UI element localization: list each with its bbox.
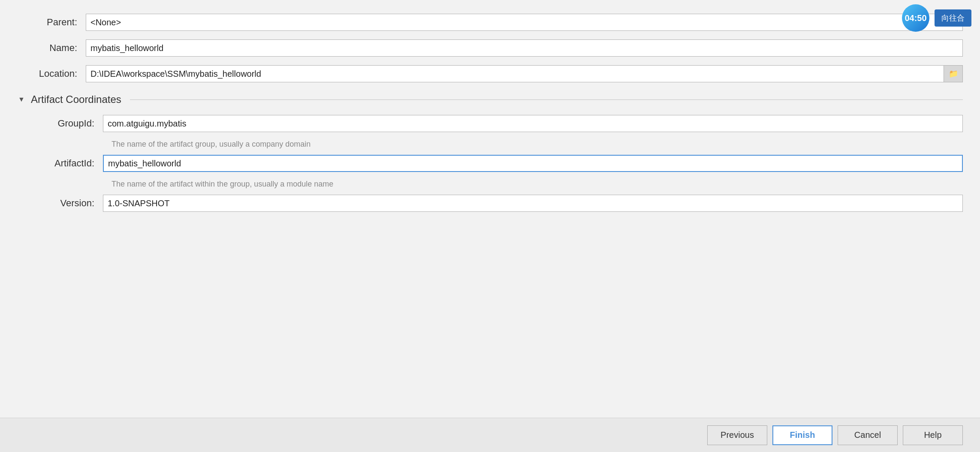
new-project-dialog: 04:50 向往合 Parent: Name: Location: 📁 [0,0,980,452]
timer-display: 04:50 [902,4,929,32]
parent-input[interactable] [86,14,963,31]
bottom-buttons: Previous Finish Cancel Help [0,418,980,452]
name-input[interactable] [86,39,963,57]
artifact-coordinates-content: GroupId: The name of the artifact group,… [17,114,963,213]
version-label: Version: [34,198,103,209]
content-area: Parent: Name: Location: 📁 ▼ Artifact Coo… [0,0,980,452]
help-button[interactable]: Help [903,425,963,445]
previous-button[interactable]: Previous [707,425,767,445]
brand-label: 向往合 [941,14,965,22]
cancel-button[interactable]: Cancel [838,425,898,445]
name-row: Name: [17,39,963,57]
toggle-icon: ▼ [18,96,25,103]
artifact-coordinates-section-header: ▼ Artifact Coordinates [17,93,963,105]
name-label: Name: [17,42,86,54]
artifactid-input[interactable] [103,155,963,172]
version-row: Version: [34,194,963,213]
version-input[interactable] [103,195,963,212]
parent-row: Parent: [17,13,963,32]
section-divider [130,99,963,100]
finish-button[interactable]: Finish [772,425,832,445]
location-label: Location: [17,68,86,79]
groupid-row: GroupId: [34,114,963,133]
timer-text: 04:50 [905,13,926,23]
groupid-label: GroupId: [34,118,103,129]
location-input[interactable] [86,65,944,82]
section-toggle[interactable]: ▼ [17,95,26,104]
folder-icon: 📁 [949,69,958,78]
parent-label: Parent: [17,17,86,28]
artifactid-row: ArtifactId: [34,154,963,173]
location-row: Location: 📁 [17,64,963,83]
groupid-input[interactable] [103,115,963,132]
top-bar: 04:50 向往合 [902,4,971,32]
section-title: Artifact Coordinates [31,93,121,105]
artifactid-hint: The name of the artifact within the grou… [112,180,963,189]
groupid-hint: The name of the artifact group, usually … [112,140,963,149]
browse-button[interactable]: 📁 [944,65,963,82]
artifactid-label: ArtifactId: [34,158,103,169]
brand-logo: 向往合 [935,9,971,27]
location-input-group: 📁 [86,65,963,82]
